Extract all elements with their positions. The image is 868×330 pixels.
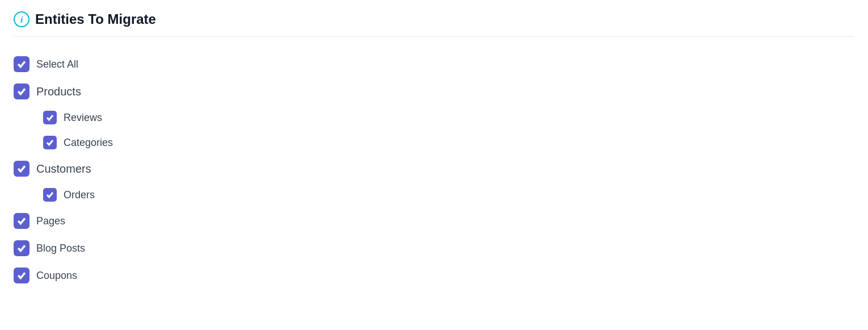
checkbox-blog-posts[interactable]	[14, 240, 30, 256]
checkbox-pages[interactable]	[14, 213, 30, 229]
label-blog-posts: Blog Posts	[36, 243, 85, 254]
checkbox-orders[interactable]	[43, 188, 57, 202]
checklist-item-customers[interactable]: Customers	[14, 155, 854, 182]
page-header: i Entities To Migrate	[14, 11, 854, 37]
label-pages: Pages	[36, 215, 65, 227]
checkbox-categories[interactable]	[43, 136, 57, 149]
checklist-item-reviews[interactable]: Reviews	[14, 105, 854, 130]
label-customers: Customers	[36, 162, 91, 176]
label-orders: Orders	[64, 189, 95, 201]
checkbox-coupons[interactable]	[14, 268, 30, 283]
checklist-item-products[interactable]: Products	[14, 78, 854, 105]
info-icon: i	[14, 11, 30, 27]
label-products: Products	[36, 85, 81, 98]
checklist-item-select-all[interactable]: Select All	[14, 51, 854, 78]
checklist-item-pages[interactable]: Pages	[14, 207, 854, 235]
label-coupons: Coupons	[36, 270, 77, 282]
checkbox-customers[interactable]	[14, 161, 30, 177]
checklist-item-coupons[interactable]: Coupons	[14, 262, 854, 289]
checklist-item-orders[interactable]: Orders	[14, 182, 854, 207]
checkbox-reviews[interactable]	[43, 111, 57, 124]
label-categories: Categories	[64, 137, 113, 149]
page-title: Entities To Migrate	[35, 11, 156, 27]
checkbox-select-all[interactable]	[14, 56, 30, 72]
checklist-item-categories[interactable]: Categories	[14, 130, 854, 155]
checkbox-products[interactable]	[14, 83, 30, 99]
label-reviews: Reviews	[64, 112, 102, 124]
label-select-all: Select All	[36, 59, 78, 70]
entities-checklist: Select AllProductsReviewsCategoriesCusto…	[14, 51, 854, 289]
main-container: i Entities To Migrate Select AllProducts…	[0, 0, 868, 300]
checklist-item-blog-posts[interactable]: Blog Posts	[14, 235, 854, 262]
